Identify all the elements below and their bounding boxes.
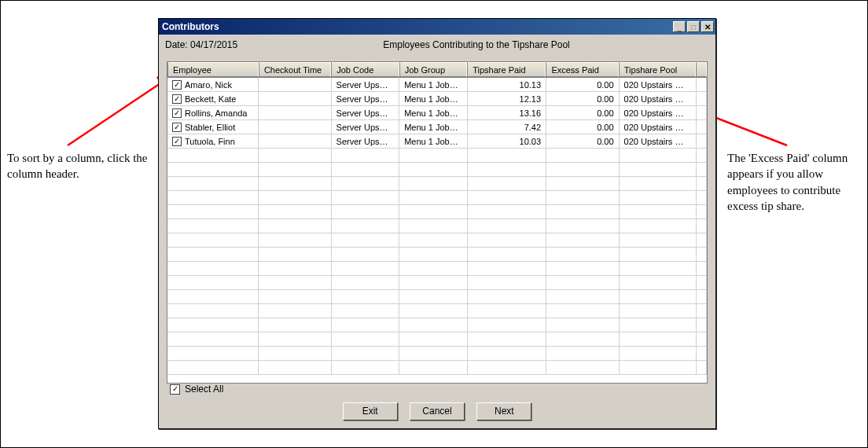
cell-excess: 0.00: [546, 78, 620, 91]
cell-pool: 020 Upstairs …: [620, 120, 697, 134]
cell-employee[interactable]: Stabler, Elliot: [167, 120, 259, 134]
subtitle-label: Employees Contributing to the Tipshare P…: [322, 39, 631, 50]
select-all-label: Select All: [185, 384, 223, 395]
date-label: Date: 04/17/2015: [165, 39, 322, 50]
cell-checkout: [259, 120, 332, 134]
next-button[interactable]: Next: [476, 402, 531, 420]
cell-jobcode: Server Ups…: [332, 120, 400, 134]
cell-employee[interactable]: Tutuola, Finn: [167, 134, 259, 148]
cell-spacer: [697, 92, 707, 105]
svg-line-0: [68, 75, 172, 145]
grid-header: Employee Checkout Time Job Code Job Grou…: [167, 62, 707, 78]
table-row: [167, 290, 707, 304]
cell-spacer: [697, 120, 707, 134]
table-row: [167, 304, 707, 318]
table-row[interactable]: Rollins, AmandaServer Ups…Menu 1 Job…13.…: [167, 106, 707, 120]
cell-excess: 0.00: [546, 134, 620, 148]
table-row: [167, 262, 707, 276]
column-header-employee[interactable]: Employee: [167, 62, 259, 77]
cell-pool: 020 Upstairs …: [620, 106, 697, 119]
window-title: Contributors: [162, 21, 673, 32]
column-header-tipshare-paid[interactable]: Tipshare Paid: [467, 62, 546, 77]
cell-pool: 020 Upstairs …: [620, 78, 697, 91]
row-checkbox[interactable]: [172, 80, 182, 90]
table-row[interactable]: Amaro, NickServer Ups…Menu 1 Job…10.130.…: [167, 78, 707, 92]
table-row[interactable]: Stabler, ElliotServer Ups…Menu 1 Job…7.4…: [167, 120, 707, 134]
contributors-grid: Employee Checkout Time Job Code Job Grou…: [167, 61, 708, 384]
contributors-dialog: Contributors _ □ ✕ Date: 04/17/2015 Empl…: [158, 18, 716, 429]
cell-jobcode: Server Ups…: [332, 78, 400, 91]
table-row: [167, 205, 707, 219]
cell-jobgroup: Menu 1 Job…: [399, 106, 468, 119]
cell-pool: 020 Upstairs …: [620, 92, 697, 105]
cell-excess: 0.00: [546, 120, 620, 134]
minimize-button[interactable]: _: [673, 21, 686, 32]
employee-name: Tutuola, Finn: [185, 137, 235, 146]
info-row: Date: 04/17/2015 Employees Contributing …: [159, 35, 715, 61]
column-header-checkout-time[interactable]: Checkout Time: [259, 62, 331, 77]
cell-checkout: [259, 78, 332, 91]
cell-employee[interactable]: Beckett, Kate: [167, 92, 259, 105]
annotation-left: To sort by a column, click the column he…: [7, 150, 149, 182]
cell-checkout: [259, 92, 332, 105]
cancel-button[interactable]: Cancel: [410, 402, 465, 420]
table-row: [167, 248, 707, 262]
table-row: [167, 163, 707, 177]
table-row: [167, 361, 707, 375]
table-row: [167, 177, 707, 191]
employee-name: Stabler, Elliot: [185, 123, 235, 132]
row-checkbox[interactable]: [172, 123, 182, 132]
cell-tipshare: 10.03: [468, 134, 546, 148]
cell-pool: 020 Upstairs …: [620, 134, 697, 148]
cell-checkout: [259, 134, 332, 148]
cell-jobcode: Server Ups…: [332, 134, 400, 148]
table-row: [167, 233, 707, 248]
cell-employee[interactable]: Amaro, Nick: [167, 78, 259, 91]
employee-name: Rollins, Amanda: [185, 108, 248, 118]
column-header-spacer: [696, 62, 707, 77]
annotation-right: The 'Excess Paid' column appears if you …: [727, 150, 861, 214]
cell-jobcode: Server Ups…: [332, 92, 400, 105]
employee-name: Beckett, Kate: [185, 94, 236, 104]
table-row: [167, 332, 707, 347]
column-header-excess-paid[interactable]: Excess Paid: [546, 62, 618, 77]
cell-jobgroup: Menu 1 Job…: [399, 78, 468, 91]
cell-excess: 0.00: [546, 92, 620, 105]
close-button[interactable]: ✕: [701, 21, 714, 32]
dialog-footer: Select All Exit Cancel Next: [159, 379, 715, 428]
cell-jobcode: Server Ups…: [332, 106, 400, 119]
column-header-job-group[interactable]: Job Group: [399, 62, 467, 77]
table-row: [167, 149, 707, 163]
cell-tipshare: 13.16: [468, 106, 546, 119]
cell-checkout: [259, 106, 332, 119]
cell-jobgroup: Menu 1 Job…: [399, 134, 468, 148]
cell-spacer: [697, 134, 707, 148]
row-checkbox[interactable]: [172, 108, 182, 118]
column-header-job-code[interactable]: Job Code: [331, 62, 399, 77]
cell-spacer: [697, 106, 707, 119]
table-row[interactable]: Tutuola, FinnServer Ups…Menu 1 Job…10.03…: [167, 134, 707, 149]
exit-button[interactable]: Exit: [343, 402, 398, 420]
cell-jobgroup: Menu 1 Job…: [399, 92, 468, 105]
cell-jobgroup: Menu 1 Job…: [399, 120, 468, 134]
table-row: [167, 219, 707, 233]
cell-tipshare: 12.13: [468, 92, 546, 105]
table-row: [167, 318, 707, 332]
table-row: [167, 276, 707, 290]
row-checkbox[interactable]: [172, 94, 182, 104]
select-all-row: Select All: [170, 384, 704, 395]
cell-tipshare: 10.13: [468, 78, 546, 91]
grid-body: Amaro, NickServer Ups…Menu 1 Job…10.130.…: [167, 78, 707, 383]
table-row: [167, 347, 707, 361]
select-all-checkbox[interactable]: [170, 384, 180, 395]
column-header-tipshare-pool[interactable]: Tipshare Pool: [619, 62, 696, 77]
cell-tipshare: 7.42: [468, 120, 546, 134]
row-checkbox[interactable]: [172, 137, 182, 146]
table-row[interactable]: Beckett, KateServer Ups…Menu 1 Job…12.13…: [167, 92, 707, 106]
cell-employee[interactable]: Rollins, Amanda: [167, 106, 259, 119]
employee-name: Amaro, Nick: [185, 80, 232, 90]
maximize-button: □: [687, 21, 700, 32]
title-bar: Contributors _ □ ✕: [159, 19, 715, 35]
cell-spacer: [697, 78, 707, 91]
table-row: [167, 191, 707, 205]
